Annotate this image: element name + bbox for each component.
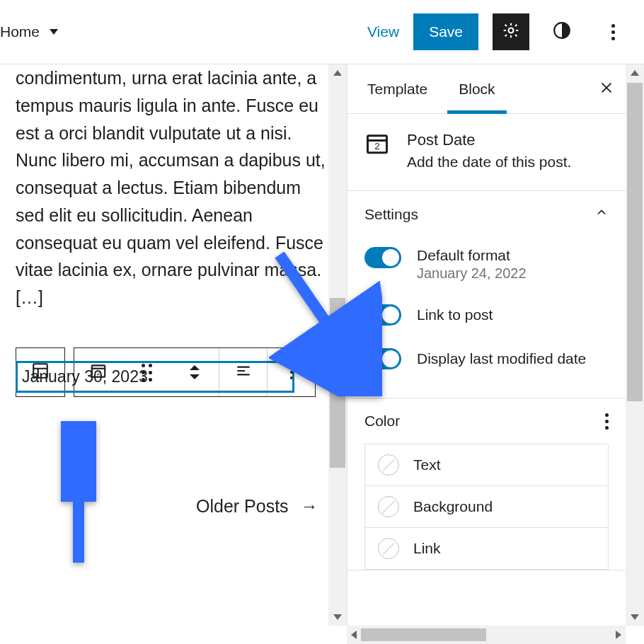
workspace: condimentum, urna erat lacinia ante, a t…	[0, 64, 644, 644]
calendar-icon: 2	[364, 131, 390, 156]
setting-label: Display last modified date	[417, 350, 586, 367]
color-row-text[interactable]: Text	[365, 444, 608, 486]
panel-settings: Settings Default format January 24, 2022	[347, 191, 626, 398]
setting-last-modified: Display last modified date	[364, 337, 609, 381]
color-list: Text Background Link	[364, 444, 609, 570]
tab-template[interactable]: Template	[364, 64, 430, 113]
sidebar-tabs: Template Block	[347, 64, 626, 114]
editor-canvas[interactable]: condimentum, urna erat lacinia ante, a t…	[0, 64, 347, 644]
color-row-label: Background	[413, 498, 493, 515]
close-icon	[599, 86, 614, 98]
scroll-down-icon	[631, 614, 639, 620]
panel-color-header[interactable]: Color	[347, 398, 626, 444]
scroll-down-icon	[333, 614, 342, 620]
more-menu-button[interactable]	[594, 13, 631, 50]
settings-sidebar: Template Block 2 Post Date Add the date …	[347, 64, 644, 644]
post-date-block[interactable]: January 30, 2023	[16, 361, 294, 393]
save-button[interactable]: Save	[413, 13, 478, 50]
kebab-icon	[611, 24, 615, 28]
sidebar-vertical-scrollbar[interactable]	[626, 64, 644, 626]
arrow-right-icon: →	[301, 496, 318, 516]
toggle-default-format[interactable]	[364, 247, 401, 268]
color-row-background[interactable]: Background	[365, 486, 608, 528]
panel-settings-toggle[interactable]: Settings	[347, 191, 626, 237]
panel-color-title: Color	[364, 413, 400, 430]
block-title: Post Date	[407, 131, 571, 149]
styles-button[interactable]	[544, 13, 580, 50]
gear-icon	[502, 21, 520, 42]
top-actions: View Save	[367, 13, 631, 50]
color-more-button[interactable]	[605, 413, 609, 430]
toggle-last-modified[interactable]	[364, 348, 401, 369]
block-info: 2 Post Date Add the date of this post.	[347, 114, 626, 191]
scroll-right-icon	[616, 631, 621, 639]
color-row-label: Link	[413, 540, 441, 557]
color-row-label: Text	[413, 456, 441, 473]
setting-default-format: Default format January 24, 2022	[364, 240, 609, 293]
contrast-icon	[553, 21, 571, 42]
home-label: Home	[0, 23, 40, 40]
scroll-thumb[interactable]	[627, 83, 643, 401]
setting-link-to-post: Link to post	[364, 293, 609, 337]
chevron-up-icon	[594, 205, 609, 223]
setting-sublabel: January 24, 2022	[417, 265, 527, 282]
close-sidebar-button[interactable]	[599, 80, 614, 98]
scroll-left-icon	[351, 631, 357, 639]
setting-label: Default format	[417, 247, 527, 264]
svg-point-0	[509, 28, 514, 33]
scroll-up-icon	[631, 70, 639, 76]
post-excerpt[interactable]: condimentum, urna erat lacinia ante, a t…	[16, 64, 331, 318]
editor-column: condimentum, urna erat lacinia ante, a t…	[0, 64, 347, 644]
editor-vertical-scrollbar[interactable]	[328, 64, 347, 626]
post-date-value: January 30, 2023	[22, 367, 148, 386]
tab-block[interactable]: Block	[456, 64, 498, 113]
top-toolbar: Home View Save	[0, 0, 644, 64]
empty-swatch-icon	[378, 538, 399, 559]
setting-label: Link to post	[417, 306, 493, 323]
toggle-link-to-post[interactable]	[364, 304, 401, 326]
panel-color: Color Text Background	[347, 398, 626, 570]
sidebar-horizontal-scrollbar[interactable]	[347, 626, 626, 644]
color-row-link[interactable]: Link	[365, 528, 608, 570]
block-description: Add the date of this post.	[407, 154, 571, 171]
scroll-up-icon	[333, 70, 342, 76]
settings-button[interactable]	[493, 13, 529, 50]
empty-swatch-icon	[378, 454, 399, 476]
scroll-thumb[interactable]	[330, 298, 345, 468]
panel-settings-title: Settings	[364, 206, 418, 223]
scroll-thumb[interactable]	[361, 628, 486, 641]
empty-swatch-icon	[378, 496, 399, 517]
back-home[interactable]: Home	[0, 23, 58, 40]
older-posts-label: Older Posts	[196, 496, 289, 516]
chevron-down-icon	[50, 29, 58, 35]
view-link[interactable]: View	[367, 23, 399, 40]
svg-text:2: 2	[374, 141, 380, 151]
older-posts-link[interactable]: Older Posts →	[16, 496, 331, 517]
